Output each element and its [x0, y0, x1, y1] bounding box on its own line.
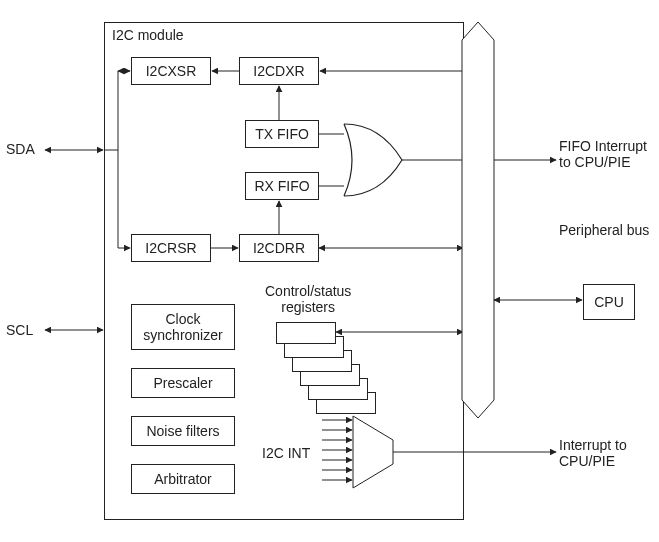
peripheral-bus-icon	[462, 22, 494, 418]
sda-split-down	[118, 150, 130, 248]
i2c-int-mux-icon	[353, 416, 393, 488]
or-gate-icon	[344, 124, 402, 196]
sda-split-line	[104, 71, 118, 150]
svg-marker-1	[462, 22, 494, 418]
svg-marker-0	[353, 416, 393, 488]
